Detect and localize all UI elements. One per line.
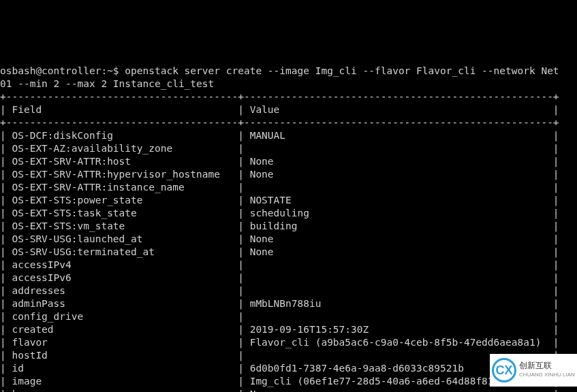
watermark-line1: 创新互联 [519, 361, 575, 370]
watermark-line2: CHUANG XINHU LIAN [519, 370, 575, 380]
terminal-output: osbash@controller:~$ openstack server cr… [0, 65, 577, 392]
watermark-logo-icon: CX [492, 358, 516, 382]
watermark: CX 创新互联 CHUANG XINHU LIAN [490, 354, 577, 387]
watermark-text: 创新互联 CHUANG XINHU LIAN [519, 361, 575, 380]
